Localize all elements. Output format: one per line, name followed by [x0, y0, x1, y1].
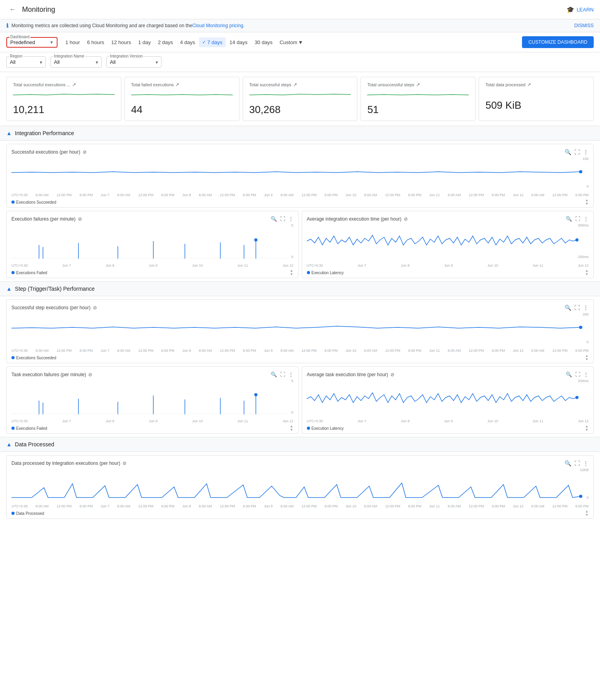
time-btn-14days[interactable]: 14 days [227, 37, 251, 47]
collapse-data-icon[interactable]: ▲ [6, 441, 12, 447]
zoom-icon-4[interactable]: 🔍 [565, 305, 571, 311]
back-button[interactable]: ← [6, 3, 19, 16]
time-btn-30days[interactable]: 30 days [251, 37, 276, 47]
filter-icon-2[interactable]: ⊘ [78, 216, 82, 222]
expand-icon-1[interactable]: ⛶ [574, 149, 580, 155]
filter-icon-4[interactable]: ⊘ [93, 305, 97, 310]
time-btn-1day[interactable]: 1 day [135, 37, 154, 47]
filter-icon-3[interactable]: ⊘ [404, 216, 408, 222]
legend-step-exec: Executions Succeeded [16, 356, 56, 360]
custom-arrow-icon: ▼ [298, 39, 303, 45]
stat-value-failed: 44 [131, 104, 233, 116]
stat-title-successful-steps: Total successful steps [249, 82, 292, 87]
svg-point-23 [575, 396, 578, 399]
expand-icon-5[interactable]: ⛶ [280, 371, 285, 377]
zoom-icon-1[interactable]: 🔍 [565, 149, 571, 155]
region-filter[interactable]: Region All ▼ [6, 56, 46, 68]
stat-card-unsuccessful-steps: Total unsuccessful steps ↗ 51 [360, 77, 476, 121]
time-btn-4days[interactable]: 4 days [177, 37, 198, 47]
more-icon-5[interactable]: ⋮ [288, 371, 293, 377]
step-performance-header: ▲ Step (Trigger/Task) Performance [0, 282, 600, 296]
svg-point-0 [579, 170, 582, 173]
more-icon-1[interactable]: ⋮ [583, 149, 589, 155]
dashboard-value: Predefined [10, 39, 35, 45]
zoom-icon-5[interactable]: 🔍 [271, 371, 277, 377]
chart-avg-task-execution-time: Average task execution time (per hour) ⊘… [302, 366, 594, 434]
chart-title-exec-failures: Execution failures (per minute) [11, 216, 76, 222]
chart-task-execution-failures: Task execution failures (per minute) ⊘ 🔍… [6, 366, 299, 434]
page-title: Monitoring [22, 6, 55, 14]
legend-task-latency: Execution Latency [312, 426, 344, 431]
stat-card-data-processed: Total data processed ↗ 509 KiB [479, 77, 594, 121]
region-arrow-icon: ▼ [39, 60, 43, 64]
dismiss-button[interactable]: DISMISS [574, 23, 594, 28]
svg-point-11 [575, 238, 578, 241]
dashboard-arrow-icon: ▼ [50, 40, 54, 45]
share-icon-3[interactable]: ↗ [293, 82, 297, 87]
chart-execution-failures: Execution failures (per minute) ⊘ 🔍 ⛶ ⋮ … [6, 211, 299, 278]
time-btn-2days[interactable]: 2 days [155, 37, 176, 47]
time-btn-1hour[interactable]: 1 hour [62, 37, 83, 47]
svg-point-12 [579, 326, 582, 329]
info-link[interactable]: Cloud Monitoring pricing. [192, 23, 245, 28]
collapse-integration-icon[interactable]: ▲ [6, 130, 12, 136]
svg-point-22 [254, 393, 257, 396]
svg-point-24 [579, 495, 582, 498]
info-message: Monitoring metrics are collected using C… [11, 23, 192, 28]
region-label: Region [9, 54, 23, 58]
expand-icon-7[interactable]: ⛶ [574, 460, 580, 466]
data-processed-title: Data Processed [15, 441, 54, 447]
collapse-step-icon[interactable]: ▲ [6, 286, 12, 292]
stat-value-unsuccessful-steps: 51 [367, 104, 469, 116]
integration-performance-header: ▲ Integration Performance [0, 126, 600, 141]
filter-icon-7[interactable]: ⊘ [123, 460, 126, 466]
dashboard-selector[interactable]: Dashboard Predefined ▼ [6, 37, 58, 48]
legend-exec-latency: Execution Latency [312, 271, 344, 275]
expand-icon-2[interactable]: ⛶ [280, 216, 285, 222]
chart-title-avg-task-time: Average task execution time (per hour) [307, 372, 388, 377]
chart-successful-step-executions: Successful step executions (per hour) ⊘ … [6, 299, 594, 363]
zoom-icon-2[interactable]: 🔍 [271, 216, 277, 222]
time-btn-custom[interactable]: Custom ▼ [277, 37, 307, 47]
svg-point-10 [254, 238, 257, 241]
more-icon-7[interactable]: ⋮ [583, 460, 589, 466]
more-icon-4[interactable]: ⋮ [583, 305, 589, 311]
zoom-icon-7[interactable]: 🔍 [565, 460, 571, 466]
time-btn-12hours[interactable]: 12 hours [108, 37, 134, 47]
integration-name-arrow-icon: ▼ [95, 60, 99, 64]
expand-icon-3[interactable]: ⛶ [575, 216, 580, 222]
stat-value-successful: 10,211 [13, 104, 115, 116]
share-icon-1[interactable]: ↗ [72, 82, 76, 87]
chart-avg-execution-time: Average integration execution time (per … [302, 211, 594, 278]
customize-dashboard-button[interactable]: CUSTOMIZE DASHBOARD [522, 36, 594, 48]
expand-icon-6[interactable]: ⛶ [575, 371, 580, 377]
share-icon-5[interactable]: ↗ [527, 82, 531, 87]
filter-icon-5[interactable]: ⊘ [88, 372, 92, 377]
filter-icon-6[interactable]: ⊘ [390, 372, 394, 377]
more-icon-2[interactable]: ⋮ [288, 216, 293, 222]
integration-version-filter[interactable]: Integration Version All ▼ [106, 56, 162, 68]
stat-value-data-processed: 509 KiB [485, 99, 587, 111]
chart-data-processed: Data processed by integration executions… [6, 455, 594, 519]
share-icon-2[interactable]: ↗ [175, 82, 179, 87]
time-btn-7days[interactable]: ✓ 7 days [199, 37, 225, 47]
zoom-icon-3[interactable]: 🔍 [566, 216, 572, 222]
more-icon-6[interactable]: ⋮ [583, 371, 589, 377]
chart-title-step-exec: Successful step executions (per hour) [11, 305, 91, 310]
learn-button[interactable]: 🎓 LEARN [567, 6, 594, 13]
chart-successful-executions: Successful executions (per hour) ⊘ 🔍 ⛶ ⋮… [6, 144, 594, 208]
stat-title-unsuccessful-steps: Total unsuccessful steps [367, 82, 414, 87]
integration-version-arrow-icon: ▼ [155, 60, 159, 64]
time-btn-6hours[interactable]: 6 hours [84, 37, 107, 47]
zoom-icon-6[interactable]: 🔍 [566, 371, 572, 377]
filter-icon-1[interactable]: ⊘ [83, 149, 87, 155]
share-icon-4[interactable]: ↗ [416, 82, 420, 87]
integration-performance-title: Integration Performance [15, 130, 74, 136]
legend-data-processed: Data Processed [16, 511, 44, 516]
expand-icon-4[interactable]: ⛶ [574, 305, 580, 311]
legend-successful-exec: Executions Succeeded [16, 200, 56, 204]
integration-name-filter[interactable]: Integration Name All ▼ [50, 56, 102, 68]
chart-title-task-failures: Task execution failures (per minute) [11, 372, 86, 377]
more-icon-3[interactable]: ⋮ [583, 216, 589, 222]
checkmark-icon: ✓ [202, 39, 206, 45]
